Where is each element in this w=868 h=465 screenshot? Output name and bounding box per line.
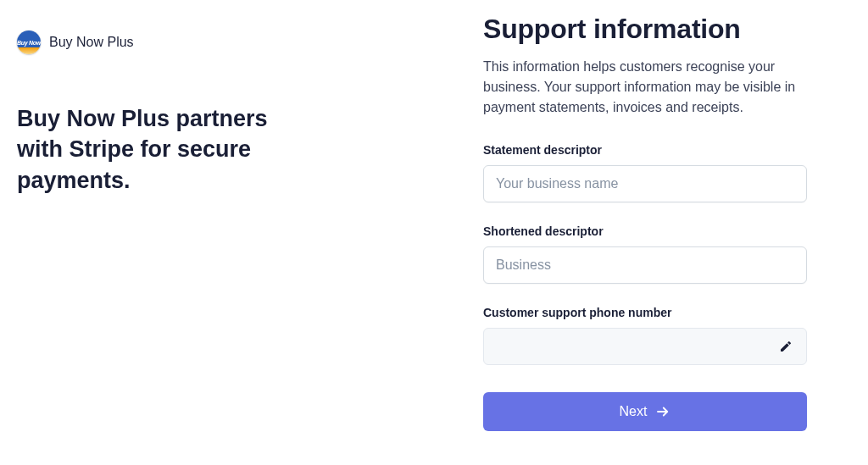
statement-descriptor-label: Statement descriptor	[483, 143, 807, 157]
support-phone-field[interactable]	[483, 328, 807, 365]
page-description: This information helps customers recogni…	[483, 57, 807, 118]
edit-icon	[779, 340, 793, 353]
right-panel: Support information This information hel…	[434, 0, 868, 465]
brand-logo-icon: Buy Now	[17, 30, 41, 54]
shortened-descriptor-input[interactable]	[483, 246, 807, 284]
arrow-right-icon	[655, 404, 670, 419]
brand-row: Buy Now Buy Now Plus	[17, 30, 417, 54]
page-title: Support information	[483, 14, 807, 45]
brand-name: Buy Now Plus	[49, 35, 134, 50]
left-panel: Buy Now Buy Now Plus Buy Now Plus partne…	[0, 0, 434, 465]
brand-logo-text: Buy Now	[17, 40, 41, 46]
support-phone-label: Customer support phone number	[483, 306, 807, 319]
next-button-label: Next	[620, 404, 648, 419]
shortened-descriptor-label: Shortened descriptor	[483, 224, 807, 238]
next-button[interactable]: Next	[483, 392, 807, 431]
statement-descriptor-input[interactable]	[483, 165, 807, 202]
shortened-descriptor-group: Shortened descriptor	[483, 224, 807, 284]
support-phone-group: Customer support phone number	[483, 306, 807, 365]
statement-descriptor-group: Statement descriptor	[483, 143, 807, 202]
partner-headline: Buy Now Plus partners with Stripe for se…	[17, 103, 271, 196]
